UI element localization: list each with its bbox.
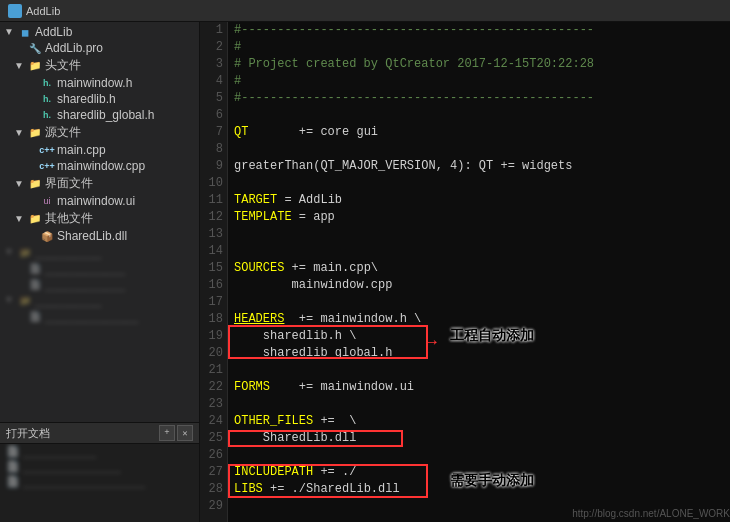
watermark: http://blog.csdn.net/ALONE_WORK	[572, 505, 730, 522]
bottom-item-2[interactable]: 📄 ________________	[0, 459, 199, 474]
tree-item-mainwindow-h[interactable]: h. mainwindow.h	[0, 75, 199, 91]
tree-label: SharedLib.dll	[57, 229, 127, 243]
tree-item-blurred-3: 📄 ____________	[0, 276, 199, 292]
chevron-down-icon: ▼	[14, 127, 26, 139]
code-line-10	[234, 175, 724, 192]
bottom-panel-title: 打开文档	[6, 426, 157, 441]
tree-label: AddLib	[35, 25, 72, 39]
code-line-18: HEADERS += mainwindow.h \	[234, 311, 724, 328]
project-icon: ◼	[18, 25, 32, 39]
spacer	[26, 144, 38, 156]
code-line-3: # Project created by QtCreator 2017-12-1…	[234, 56, 724, 73]
code-line-21	[234, 362, 724, 379]
code-line-23	[234, 396, 724, 413]
dll-icon: 📦	[40, 229, 54, 243]
code-line-25: SharedLib.dll	[234, 430, 724, 447]
sidebar: ▼ ◼ AddLib 🔧 AddLib.pro ▼ 📁 头文件 h. mainw…	[0, 22, 200, 522]
sidebar-tree: ▼ ◼ AddLib 🔧 AddLib.pro ▼ 📁 头文件 h. mainw…	[0, 22, 199, 422]
panel-add-button[interactable]: +	[159, 425, 175, 441]
bottom-panel: 打开文档 + ✕ 📄 ____________ 📄 ______________…	[0, 422, 199, 522]
code-line-11: TARGET = AddLib	[234, 192, 724, 209]
tree-item-forms[interactable]: ▼ 📁 界面文件	[0, 174, 199, 193]
app-icon	[8, 4, 22, 18]
code-line-20: sharedlib_global.h	[234, 345, 724, 362]
tree-item-sharedlib-global-h[interactable]: h. sharedlib_global.h	[0, 107, 199, 123]
tree-item-sharedlib-dll[interactable]: 📦 SharedLib.dll	[0, 228, 199, 244]
spacer	[26, 109, 38, 121]
tree-label: 源文件	[45, 124, 81, 141]
h-icon: h.	[40, 108, 54, 122]
tree-label: sharedlib.h	[57, 92, 116, 106]
main-container: ▼ ◼ AddLib 🔧 AddLib.pro ▼ 📁 头文件 h. mainw…	[0, 22, 730, 522]
code-line-9: greaterThan(QT_MAJOR_VERSION, 4): QT += …	[234, 158, 724, 175]
bottom-item-1[interactable]: 📄 ____________	[0, 444, 199, 459]
chevron-down-icon: ▼	[14, 213, 26, 225]
code-line-15: SOURCES += main.cpp\	[234, 260, 724, 277]
code-line-7: QT += core gui	[234, 124, 724, 141]
line-numbers: 1 2 3 4 5 6 7 8 9 10 11 12 13 14 15 16 1…	[200, 22, 228, 522]
spacer	[26, 93, 38, 105]
code-line-19: sharedlib.h \	[234, 328, 724, 345]
panel-close-button[interactable]: ✕	[177, 425, 193, 441]
folder-icon: 📁	[28, 177, 42, 191]
tree-label: mainwindow.ui	[57, 194, 135, 208]
tree-item-headers[interactable]: ▼ 📁 头文件	[0, 56, 199, 75]
tree-label: mainwindow.h	[57, 76, 132, 90]
code-lines[interactable]: #---------------------------------------…	[228, 22, 730, 522]
chevron-down-icon: ▼	[4, 26, 16, 38]
title-bar: AddLib	[0, 0, 730, 22]
tree-item-mainwindow-cpp[interactable]: c++ mainwindow.cpp	[0, 158, 199, 174]
folder-icon: 📁	[28, 59, 42, 73]
code-line-16: mainwindow.cpp	[234, 277, 724, 294]
h-icon: h.	[40, 76, 54, 90]
spacer	[26, 160, 38, 172]
tree-label: main.cpp	[57, 143, 106, 157]
bottom-item-3[interactable]: 📄 ____________________	[0, 474, 199, 489]
code-line-1: #---------------------------------------…	[234, 22, 724, 39]
tree-label: 头文件	[45, 57, 81, 74]
tree-label: 其他文件	[45, 210, 93, 227]
tree-item-addlib[interactable]: ▼ ◼ AddLib	[0, 24, 199, 40]
code-line-17	[234, 294, 724, 311]
folder-icon: 📁	[28, 212, 42, 226]
tree-item-main-cpp[interactable]: c++ main.cpp	[0, 142, 199, 158]
code-line-6	[234, 107, 724, 124]
tree-item-mainwindow-ui[interactable]: ui mainwindow.ui	[0, 193, 199, 209]
h-icon: h.	[40, 92, 54, 106]
tree-item-blurred-1: ▼ 📁 __________	[0, 244, 199, 260]
code-line-14	[234, 243, 724, 260]
tree-label: AddLib.pro	[45, 41, 103, 55]
spacer	[26, 230, 38, 242]
app-title: AddLib	[26, 5, 60, 17]
code-line-2: #	[234, 39, 724, 56]
tree-item-blurred-4: ▼ 📁 __________	[0, 292, 199, 308]
tree-label: 界面文件	[45, 175, 93, 192]
tree-item-addlib-pro[interactable]: 🔧 AddLib.pro	[0, 40, 199, 56]
ui-icon: ui	[40, 194, 54, 208]
code-line-24: OTHER_FILES += \	[234, 413, 724, 430]
spacer	[26, 77, 38, 89]
pro-icon: 🔧	[28, 41, 42, 55]
cpp-icon: c++	[40, 143, 54, 157]
chevron-down-icon: ▼	[14, 178, 26, 190]
spacer	[26, 195, 38, 207]
tree-label: mainwindow.cpp	[57, 159, 145, 173]
code-content: 1 2 3 4 5 6 7 8 9 10 11 12 13 14 15 16 1…	[200, 22, 730, 522]
bottom-panel-header: 打开文档 + ✕	[0, 423, 199, 444]
code-line-8	[234, 141, 724, 158]
code-line-13	[234, 226, 724, 243]
tree-label: sharedlib_global.h	[57, 108, 154, 122]
code-line-22: FORMS += mainwindow.ui	[234, 379, 724, 396]
cpp-icon: c++	[40, 159, 54, 173]
tree-item-sources[interactable]: ▼ 📁 源文件	[0, 123, 199, 142]
spacer	[14, 42, 26, 54]
bottom-panel-content: 📄 ____________ 📄 ________________ 📄 ____…	[0, 444, 199, 522]
code-line-26	[234, 447, 724, 464]
chevron-down-icon: ▼	[14, 60, 26, 72]
tree-item-other[interactable]: ▼ 📁 其他文件	[0, 209, 199, 228]
tree-item-blurred-5: 📄 ______________	[0, 308, 199, 324]
code-line-5: #---------------------------------------…	[234, 90, 724, 107]
code-line-12: TEMPLATE = app	[234, 209, 724, 226]
code-editor: 1 2 3 4 5 6 7 8 9 10 11 12 13 14 15 16 1…	[200, 22, 730, 522]
tree-item-sharedlib-h[interactable]: h. sharedlib.h	[0, 91, 199, 107]
